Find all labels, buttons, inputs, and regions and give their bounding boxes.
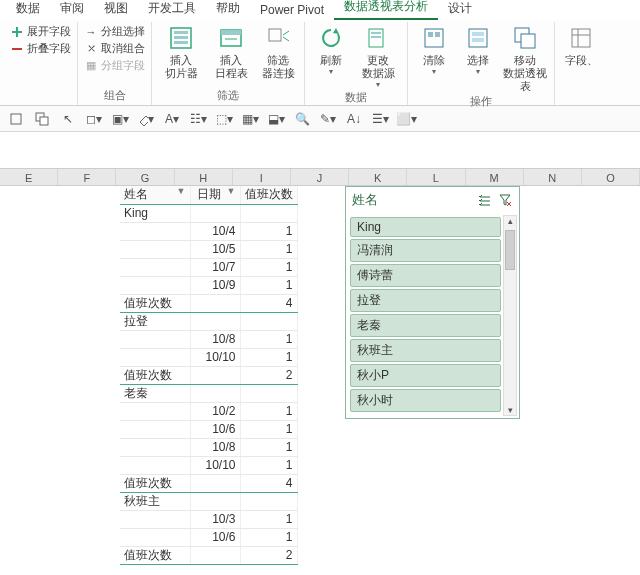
table-icon[interactable]: ☷▾ [190,111,206,127]
fields-button[interactable]: 字段、 [561,24,601,67]
filter2-icon[interactable]: ☰▾ [372,111,388,127]
slicer-item[interactable]: 秋小P [350,364,501,387]
find-icon[interactable]: 🔍 [294,111,310,127]
copy-icon[interactable] [34,111,50,127]
insert-timeline-button[interactable]: 插入 日程表 [208,24,254,80]
svg-rect-1 [16,27,18,37]
select-button[interactable]: 选择 ▾ [458,24,498,77]
group-selection-button[interactable]: → 分组选择 [84,24,145,39]
pivot-row[interactable]: 10/61 [120,420,297,438]
pivot-row[interactable]: 老秦 [120,384,297,402]
pivot-row[interactable]: 10/101 [120,348,297,366]
scroll-thumb[interactable] [505,230,515,270]
slicer-item[interactable]: 秋班主 [350,339,501,362]
tab-0[interactable]: 数据 [6,0,50,20]
eraser-icon[interactable]: ▾ [138,111,154,127]
group-ops: 清除 ▾ 选择 ▾ 移动 数据透视表 操作 [408,22,555,105]
align-icon[interactable]: ⬓▾ [268,111,284,127]
slicer-item[interactable]: 冯清润 [350,239,501,262]
pivot-row[interactable]: 10/41 [120,222,297,240]
group-field-button[interactable]: ▦ 分组字段 [84,58,145,73]
slicer-item[interactable]: King [350,217,501,237]
tab-4[interactable]: 帮助 [206,0,250,20]
group-combine-label: 组合 [104,88,126,105]
fill-icon[interactable]: ▣▾ [112,111,128,127]
pivot-row[interactable]: 值班次数2 [120,366,297,384]
col-header-J[interactable]: J [291,169,349,185]
pivot-hdr-count[interactable]: 值班次数 [240,186,297,204]
col-header-K[interactable]: K [349,169,407,185]
merge-icon[interactable]: ▦▾ [242,111,258,127]
change-source-button[interactable]: 更改 数据源 ▾ [355,24,401,90]
tab-6[interactable]: 数据透视表分析 [334,0,438,20]
pivot-row[interactable]: 10/51 [120,240,297,258]
expand-field-button[interactable]: 展开字段 [10,24,71,39]
textbox-icon[interactable]: A▾ [164,111,180,127]
clear-filter-icon[interactable] [497,192,513,208]
slicer-scrollbar[interactable]: ▴ ▾ [503,215,517,416]
group-field-icon: ▦ [84,59,98,73]
pivot-row[interactable]: 10/101 [120,456,297,474]
svg-rect-2 [12,48,22,50]
highlight-icon[interactable]: ✎▾ [320,111,336,127]
col-header-M[interactable]: M [466,169,524,185]
group-icon[interactable]: ⬚▾ [216,111,232,127]
pivot-row[interactable]: 值班次数4 [120,294,297,312]
filter-connections-button[interactable]: 筛选 器连接 [258,24,298,80]
col-header-I[interactable]: I [233,169,291,185]
slicer-item[interactable]: 傅诗蕾 [350,264,501,287]
pivot-row[interactable]: 10/81 [120,330,297,348]
clear-button[interactable]: 清除 ▾ [414,24,454,77]
pivot-row[interactable]: 值班次数4 [120,474,297,492]
multiselect-icon[interactable] [477,192,493,208]
move-pivot-button[interactable]: 移动 数据透视表 [502,24,548,94]
col-header-N[interactable]: N [524,169,582,185]
tab-2[interactable]: 视图 [94,0,138,20]
svg-rect-4 [174,31,188,34]
pivot-row[interactable]: 值班次数2 [120,546,297,564]
pivot-row[interactable]: 10/91 [120,276,297,294]
ungroup-button[interactable]: ⤫ 取消组合 [84,41,145,56]
pivot-row[interactable]: 10/21 [120,402,297,420]
tab-5[interactable]: Power Pivot [250,1,334,20]
col-header-L[interactable]: L [407,169,465,185]
tab-7[interactable]: 设计 [438,0,482,20]
group-data: 刷新 ▾ 更改 数据源 ▾ 数据 [305,22,408,105]
shape-icon[interactable]: ◻▾ [86,111,102,127]
svg-rect-18 [472,32,484,36]
pivot-hdr-name[interactable]: 姓名▼ [120,186,190,204]
clear-icon [420,24,448,52]
insert-slicer-button[interactable]: 插入 切片器 [158,24,204,80]
scroll-down-icon[interactable]: ▾ [508,405,513,415]
pivot-row[interactable]: 秋班主 [120,492,297,510]
col-header-E[interactable]: E [0,169,58,185]
col-header-F[interactable]: F [58,169,116,185]
pivot-row[interactable]: 10/71 [120,258,297,276]
pivot-row[interactable]: 拉登 [120,312,297,330]
paste-icon[interactable] [8,111,24,127]
pivot-row[interactable]: 10/81 [120,438,297,456]
group-field-label: 分组字段 [101,58,145,73]
slicer-item[interactable]: 老秦 [350,314,501,337]
pivot-table[interactable]: 姓名▼日期▼值班次数King10/4110/5110/7110/91值班次数4拉… [120,186,298,565]
fields-icon [567,24,595,52]
collapse-field-button[interactable]: 折叠字段 [10,41,71,56]
tab-1[interactable]: 审阅 [50,0,94,20]
slicer-item[interactable]: 秋小时 [350,389,501,412]
pivot-hdr-date[interactable]: 日期▼ [190,186,240,204]
col-header-H[interactable]: H [175,169,233,185]
pivot-row[interactable]: 10/31 [120,510,297,528]
move-label: 移动 数据透视表 [502,54,548,94]
pivot-row[interactable]: 10/61 [120,528,297,546]
tab-3[interactable]: 开发工具 [138,0,206,20]
pivot-row[interactable]: King [120,204,297,222]
slicer[interactable]: 姓名 King冯清润傅诗蕾拉登老秦秋班主秋小P秋小时 ▴ ▾ [345,186,520,419]
cursor-icon[interactable]: ↖ [60,111,76,127]
scroll-up-icon[interactable]: ▴ [508,216,513,226]
refresh-button[interactable]: 刷新 ▾ [311,24,351,77]
col-header-O[interactable]: O [582,169,640,185]
sort-icon[interactable]: A↓ [346,111,362,127]
freeze-icon[interactable]: ⬜▾ [398,111,414,127]
slicer-item[interactable]: 拉登 [350,289,501,312]
col-header-G[interactable]: G [116,169,174,185]
